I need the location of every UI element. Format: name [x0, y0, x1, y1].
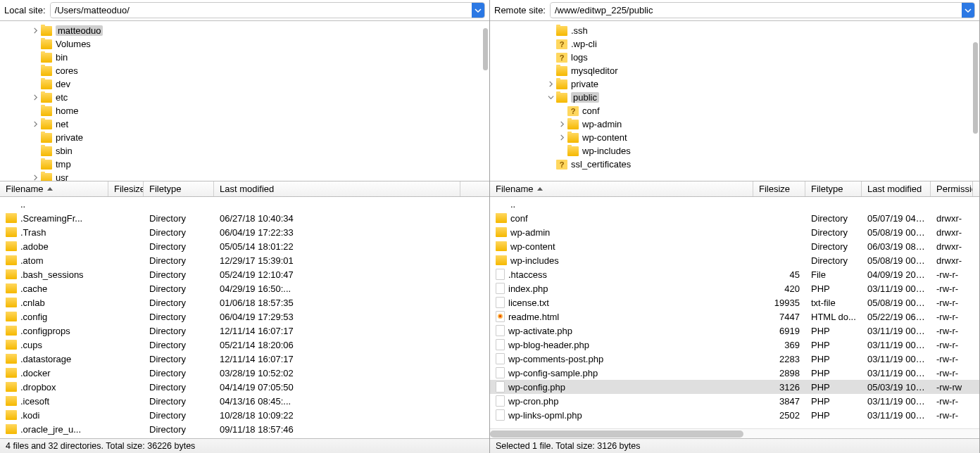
tree-item[interactable]: dev [0, 77, 489, 91]
file-row[interactable]: .. [0, 197, 489, 211]
file-name-cell: index.php [490, 283, 753, 294]
column-header[interactable]: Last modified [862, 181, 931, 196]
tree-item[interactable]: public [490, 91, 979, 104]
file-row[interactable]: .dropboxDirectory04/14/19 07:05:50 [0, 380, 489, 394]
column-header[interactable]: Permissions [931, 181, 973, 196]
file-row[interactable]: .configpropsDirectory12/11/14 16:07:17 [0, 324, 489, 338]
file-row[interactable]: wp-config.php3126PHP05/03/19 10:...-rw-r… [490, 380, 979, 394]
tree-item[interactable]: wp-content [490, 131, 979, 144]
file-row[interactable]: .cupsDirectory05/21/14 18:20:06 [0, 338, 489, 352]
file-row[interactable]: .ScreamingFr...Directory06/27/18 10:40:3… [0, 211, 489, 225]
file-name-cell: conf [490, 213, 753, 224]
column-header[interactable]: Filetype [805, 181, 862, 196]
file-row[interactable]: license.txt19935txt-file05/08/19 00:...-… [490, 295, 979, 310]
local-file-list[interactable]: ...ScreamingFr...Directory06/27/18 10:40… [0, 197, 489, 438]
file-row[interactable]: index.php420PHP03/11/19 00:...-rw-r- [490, 281, 979, 295]
column-header[interactable]: Last modified [214, 181, 460, 196]
file-row[interactable]: wp-adminDirectory05/08/19 00:...drwxr- [490, 225, 979, 239]
tree-arrow-icon[interactable] [31, 27, 39, 35]
file-row[interactable]: .TrashDirectory06/04/19 17:22:33 [0, 225, 489, 239]
scrollbar-thumb[interactable] [490, 430, 743, 438]
column-header[interactable]: Filesize [753, 181, 805, 196]
file-row[interactable]: readme.html7447HTML do...05/22/19 06:...… [490, 310, 979, 324]
file-row[interactable]: .adobeDirectory05/05/14 18:01:22 [0, 239, 489, 253]
remote-path-label: Remote site: [494, 5, 546, 15]
local-tree[interactable]: matteoduoVolumesbincoresdevetchomenetpri… [0, 21, 489, 181]
column-header[interactable]: Filesize [108, 181, 144, 196]
folder-icon [556, 66, 567, 76]
file-row[interactable]: .cnlabDirectory01/06/18 18:57:35 [0, 295, 489, 310]
tree-item[interactable]: home [0, 104, 489, 117]
file-row[interactable]: .htaccess45File04/09/19 20:...-rw-r- [490, 267, 979, 281]
tree-item-label: cores [56, 65, 78, 76]
tree-item[interactable]: usr [0, 171, 489, 181]
file-name-cell: wp-links-opml.php [490, 409, 753, 421]
tree-arrow-icon[interactable] [31, 94, 39, 102]
column-header[interactable]: Filename [0, 181, 108, 196]
file-row[interactable]: .datastorageDirectory12/11/14 16:07:17 [0, 352, 489, 366]
file-row[interactable]: wp-activate.php6919PHP03/11/19 00:...-rw… [490, 324, 979, 338]
file-size-cell: 7447 [753, 312, 805, 322]
tree-arrow-icon[interactable] [546, 94, 555, 102]
file-modified-cell: 05/07/19 04:... [862, 213, 931, 224]
file-row[interactable]: wp-blog-header.php369PHP03/11/19 00:...-… [490, 338, 979, 352]
file-row[interactable]: .configDirectory06/04/19 17:29:53 [0, 310, 489, 324]
tree-item[interactable]: bin [0, 51, 489, 64]
tree-item[interactable]: etc [0, 91, 489, 104]
tree-item[interactable]: mysqleditor [490, 64, 979, 77]
tree-item[interactable]: matteoduo [0, 24, 489, 37]
file-type-cell: PHP [805, 410, 862, 421]
tree-item[interactable]: private [490, 77, 979, 91]
tree-item[interactable]: Volumes [0, 37, 489, 51]
file-row[interactable]: .atomDirectory12/29/17 15:39:01 [0, 253, 489, 267]
file-row[interactable]: wp-links-opml.php2502PHP03/11/19 00:...-… [490, 408, 979, 422]
tree-arrow-icon[interactable] [546, 80, 555, 89]
tree-arrow-icon[interactable] [558, 120, 566, 129]
folder-icon [41, 106, 52, 116]
file-size-cell: 2502 [753, 410, 805, 421]
tree-item[interactable]: .ssh [490, 24, 979, 37]
remote-file-list[interactable]: ..confDirectory05/07/19 04:...drwxr-wp-a… [490, 197, 979, 438]
tree-arrow-icon[interactable] [558, 134, 566, 142]
file-name-cell: .bash_sessions [0, 269, 108, 280]
file-row[interactable]: wp-cron.php3847PHP03/11/19 00:...-rw-r- [490, 394, 979, 408]
tree-item[interactable]: net [0, 117, 489, 131]
file-row[interactable]: .oracle_jre_u...Directory09/11/18 18:57:… [0, 422, 489, 436]
column-header[interactable]: Filename [490, 181, 753, 196]
file-name-cell: .ScreamingFr... [0, 213, 108, 224]
remote-path-dropdown[interactable] [962, 3, 974, 18]
local-path-input[interactable] [51, 4, 472, 17]
file-row[interactable]: wp-config-sample.php2898PHP03/11/19 00:.… [490, 366, 979, 380]
scrollbar-thumb[interactable] [483, 28, 488, 70]
remote-tree[interactable]: .ssh.wp-clilogsmysqleditorprivatepublicc… [490, 21, 979, 181]
file-row[interactable]: .cacheDirectory04/29/19 16:50:... [0, 281, 489, 295]
local-path-dropdown[interactable] [472, 3, 484, 18]
tree-item[interactable]: wp-admin [490, 117, 979, 131]
tree-item[interactable]: tmp [0, 158, 489, 171]
file-row[interactable]: .icesoftDirectory04/13/16 08:45:... [0, 394, 489, 408]
file-icon [496, 339, 505, 350]
tree-item[interactable]: logs [490, 51, 979, 64]
file-row[interactable]: wp-includesDirectory05/08/19 00:...drwxr… [490, 253, 979, 267]
tree-item[interactable]: sbin [0, 144, 489, 158]
tree-item[interactable]: ssl_certificates [490, 158, 979, 171]
file-row[interactable]: confDirectory05/07/19 04:...drwxr- [490, 211, 979, 225]
tree-item[interactable]: conf [490, 104, 979, 117]
tree-arrow-icon[interactable] [31, 120, 39, 129]
remote-path-row: Remote site: [490, 0, 979, 21]
remote-path-input[interactable] [551, 4, 962, 17]
tree-arrow-icon[interactable] [31, 174, 39, 182]
file-row[interactable]: wp-comments-post.php2283PHP03/11/19 00:.… [490, 352, 979, 366]
tree-item[interactable]: .wp-cli [490, 37, 979, 51]
file-row[interactable]: .. [490, 197, 979, 211]
tree-item[interactable]: cores [0, 64, 489, 77]
file-row[interactable]: .bash_sessionsDirectory05/24/19 12:10:47 [0, 267, 489, 281]
file-row[interactable]: wp-contentDirectory06/03/19 08:...drwxr- [490, 239, 979, 253]
horizontal-scrollbar[interactable] [490, 428, 979, 438]
file-row[interactable]: .dockerDirectory03/28/19 10:52:02 [0, 366, 489, 380]
file-row[interactable]: .kodiDirectory10/28/18 10:09:22 [0, 408, 489, 422]
scrollbar-thumb[interactable] [973, 42, 978, 134]
tree-item[interactable]: private [0, 131, 489, 144]
column-header[interactable]: Filetype [144, 181, 214, 196]
tree-item[interactable]: wp-includes [490, 144, 979, 158]
